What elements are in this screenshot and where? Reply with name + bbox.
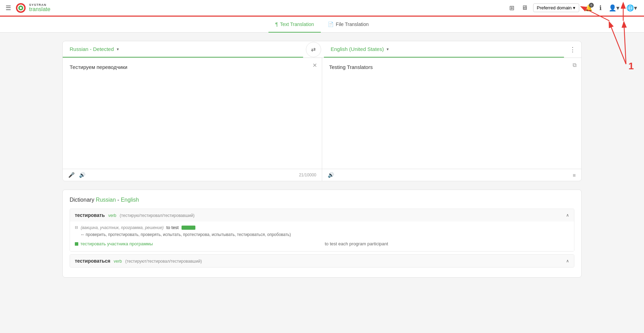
more-icon: ⋮ [570,46,576,53]
dict-source-lang: Russian [96,197,116,203]
dict-entry-testirovat: тестировать verb (тестирую/тестировал/те… [70,209,574,252]
dict-target-lang: English [121,197,139,203]
dict-example-target-1: to test each program participant [325,241,570,246]
target-text-output: Testing Translators [329,63,574,160]
globe-button[interactable]: 🌐▾ [625,3,638,13]
char-count: 21/10000 [299,173,316,177]
dict-collapse-testirovatsia-icon[interactable]: ∧ [566,258,569,263]
tab-text-translation[interactable]: ¶ Text Translation [268,17,321,33]
dict-pos-testirovat: verb [108,213,116,218]
logo-text: SYSTRAN translate [29,3,50,12]
preferred-domain-dropdown-icon: ▾ [573,5,575,10]
user-button[interactable]: 👤▾ [607,3,621,13]
target-speaker-button[interactable]: 🔊 [328,172,334,178]
systran-logo-icon [15,2,26,14]
notification-badge: 0 [589,3,594,8]
grid-icon-button[interactable]: ⊞ [508,3,516,13]
clear-text-button[interactable]: ✕ [312,62,317,69]
dict-word-testirovatsia: тестироваться [75,258,110,264]
text-tab-label: Text Translation [280,21,314,27]
target-lang-label[interactable]: English (United States) [331,46,384,52]
translation-footer: 🎤 🔊 21/10000 🔊 ≡ [63,169,581,181]
dict-entry-testirovatsia-info: тестироваться verb (тестируют/тестировал… [75,258,202,264]
translation-body: Тестируем переводчики ✕ Testing Translat… [63,58,581,169]
mic-button[interactable]: 🎤 [68,172,75,178]
dict-entry-testirovat-body: ⊟ (вакцина, участник, программа, решение… [70,221,574,251]
file-tab-label: File Translation [336,21,369,27]
preferred-domain-label: Preferred domain [537,5,572,10]
logo-translate-label: translate [29,7,50,12]
dict-to-label: to test [166,225,178,230]
main-content: Russian - Detected ▾ ⇄ English (United S… [0,33,644,331]
source-speaker-icon: 🔊 [79,172,86,178]
translation-header: Russian - Detected ▾ ⇄ English (United S… [63,41,581,58]
swap-languages-button[interactable]: ⇄ [306,42,321,57]
dict-expand-icon[interactable]: ⊟ [75,225,78,230]
dictionary-title: Dictionary Russian - English [70,197,574,203]
dict-word-testirovat: тестировать [75,212,105,218]
more-options-button[interactable]: ⋮ [564,43,581,56]
target-panel: Testing Translators ⧉ [322,58,581,169]
history-icon-button[interactable]: 🖥 [520,3,529,13]
dict-forms-testirovatsia: (тестируют/тестировал/тестировавший) [125,259,202,264]
dict-title-text: Dictionary [70,197,94,203]
dict-context-1: (вакцина, участник, программа, решение) [81,225,164,230]
mic-icon: 🎤 [68,172,75,178]
dict-frequency-bar [182,226,195,230]
dict-translation-row-1: ⊟ (вакцина, участник, программа, решение… [75,225,569,230]
translation-card: Russian - Detected ▾ ⇄ English (United S… [62,41,582,181]
source-lang-selector[interactable]: Russian - Detected ▾ [63,41,303,58]
header-actions: ⊞ 🖥 Preferred domain ▾ 🔔 0 ℹ 👤▾ 🌐▾ [508,3,638,13]
text-tab-icon: ¶ [275,21,278,27]
dict-entry-testirovatsia: тестироваться verb (тестируют/тестировал… [70,254,574,268]
logo: SYSTRAN translate [15,2,508,14]
tabs-bar: ¶ Text Translation 📄 File Translation [0,17,644,33]
menu-icon[interactable]: ☰ [6,4,11,12]
source-lang-label[interactable]: Russian - Detected [70,46,114,52]
source-text-input[interactable]: Тестируем переводчики [70,63,315,160]
dict-example-source-text-1: тестировать участника программы [80,241,153,246]
info-button[interactable]: ℹ [598,3,603,13]
source-lang-chevron-icon[interactable]: ▾ [117,47,119,52]
svg-point-3 [20,7,22,9]
dict-bullet-icon [75,242,78,246]
app-header: ☰ SYSTRAN translate ⊞ 🖥 Preferred domain… [0,0,644,17]
target-lang-chevron-icon[interactable]: ▾ [387,47,389,52]
align-button[interactable]: ≡ [573,172,576,178]
copy-translation-button[interactable]: ⧉ [573,62,576,68]
dict-forms-testirovat: (тестирую/тестировал/тестировавший) [120,213,195,218]
dict-example-source-1: тестировать участника программы [75,241,319,246]
source-speaker-button[interactable]: 🔊 [79,172,86,178]
dict-entry-testirovat-header[interactable]: тестировать verb (тестирую/тестировал/те… [70,209,574,221]
dict-connector: - [117,197,119,203]
target-panel-footer: 🔊 ≡ [322,169,581,181]
dict-collapse-testirovat-icon[interactable]: ∧ [566,213,569,218]
swap-icon: ⇄ [311,46,316,53]
source-panel-footer: 🎤 🔊 21/10000 [63,169,322,181]
target-lang-selector[interactable]: English (United States) ▾ [324,41,564,58]
preferred-domain-button[interactable]: Preferred domain ▾ [533,3,579,12]
dict-example-row-1: тестировать участника программы to test … [75,240,569,248]
dict-entry-testirovat-info: тестировать verb (тестирую/тестировал/те… [75,212,194,218]
page-footer: SYSTRAN ©2023 All rights reserved | Lice… [0,331,644,333]
dict-pos-testirovatsia: verb [114,259,122,264]
copy-icon: ⧉ [573,62,576,68]
source-panel: Тестируем переводчики ✕ [63,58,322,169]
target-speaker-icon: 🔊 [328,172,334,178]
file-tab-icon: 📄 [328,21,334,27]
notification-button[interactable]: 🔔 0 [583,3,594,13]
dictionary-section: Dictionary Russian - English тестировать… [62,190,582,278]
clear-icon: ✕ [312,62,317,68]
dict-alternatives: ↔ проверить, протестировать, проверять, … [75,232,569,237]
dict-entry-testirovatsia-header[interactable]: тестироваться verb (тестируют/тестировал… [70,255,574,267]
align-icon: ≡ [573,172,576,178]
tab-file-translation[interactable]: 📄 File Translation [321,17,376,33]
